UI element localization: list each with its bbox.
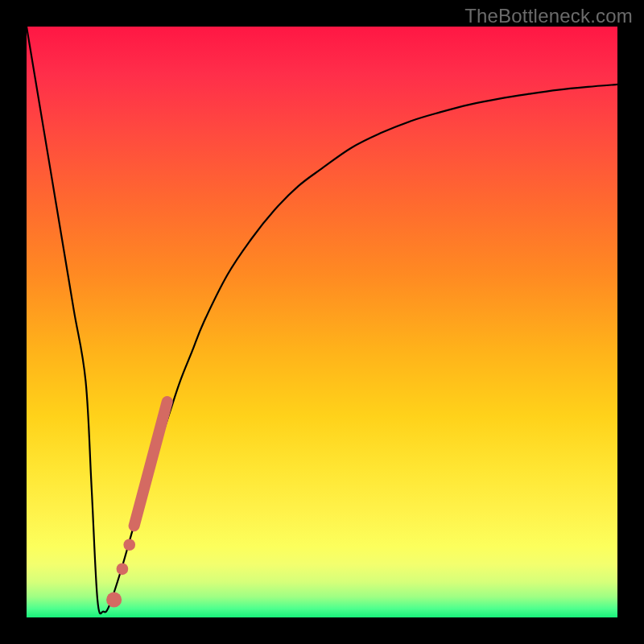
chart-frame: TheBottleneck.com: [0, 0, 644, 644]
gradient-background: [27, 27, 617, 617]
plot-area: [27, 27, 617, 617]
watermark-text: TheBottleneck.com: [464, 5, 633, 27]
